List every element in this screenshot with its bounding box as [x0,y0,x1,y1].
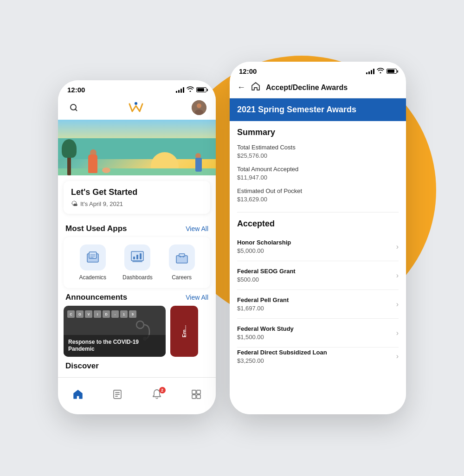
date-text: It's April 9, 2021 [80,200,123,207]
award-item-4[interactable]: Federal Direct Subsidized Loan $3,250.00… [237,347,399,365]
tab-home[interactable] [72,388,84,400]
svg-rect-19 [192,390,196,394]
battery-icon-right [387,69,397,74]
svg-point-13 [136,321,144,328]
svg-point-3 [197,103,201,108]
covid-blocks: C O V I D - 1 9 [67,310,136,318]
award-amount-0: $5,000.00 [237,247,291,254]
accepted-title: Accepted [237,219,399,229]
award-name-4: Federal Direct Subsidized Loan [237,349,327,356]
svg-rect-16 [115,392,120,393]
phone-nav-left [58,96,216,120]
award-item-3[interactable]: Federal Work Study $1,500.00 › [237,319,399,347]
announcements-header: Announcements View All [58,288,216,306]
announcements-view-all[interactable]: View All [186,294,208,301]
awards-header-title: 2021 Spring Semester Awards [237,105,399,115]
accepted-section: Accepted Honor Scholarship $5,000.00 › F… [230,212,406,368]
award-item-1[interactable]: Federal SEOG Grant $500.00 › [237,261,399,290]
svg-rect-17 [115,394,120,395]
chevron-right-4: › [396,352,399,360]
announcements-scroll: C O V I D - 1 9 [64,306,210,357]
app-item-academics[interactable]: Academics [79,244,106,281]
summary-value-2: $13,629.00 [237,196,399,203]
chevron-right-0: › [396,243,399,251]
discover-header: Discover [58,357,216,374]
summary-item-0: Total Estimated Costs $25,576.00 [237,144,399,159]
status-icons-right [366,68,397,75]
phones-container: 12:00 [58,62,406,414]
sun-emoji: 🌤 [71,200,77,207]
get-started-title: Let's Get Started [71,187,203,197]
nav-title: Accept/Decline Awards [266,84,348,92]
announcements-title: Announcements [65,293,127,302]
careers-icon [169,244,195,270]
bell-tab-icon: 2 [151,388,163,400]
home-tab-icon [72,388,84,400]
app-label-academics: Academics [79,274,106,281]
app-item-careers[interactable]: Careers [169,244,195,281]
summary-item-2: Estimated Out of Pocket $13,629.00 [237,187,399,203]
svg-rect-9 [136,255,138,259]
notification-badge: 2 [159,387,166,393]
summary-value-1: $11,947.00 [237,174,399,181]
user-avatar[interactable] [192,100,206,115]
academics-icon [80,244,106,270]
get-started-card: Let's Get Started 🌤 It's April 9, 2021 [64,181,210,214]
announcement-covid-text: Response to the COVID-19 Pandemic [68,339,161,353]
svg-rect-8 [133,257,135,259]
award-name-1: Federal SEOG Grant [237,268,296,275]
award-item-2[interactable]: Federal Pell Grant $1,697.00 › [237,290,399,319]
grid-tab-icon [190,388,202,400]
announcement-emergency[interactable]: Em... [170,306,198,357]
signal-icon-left [176,87,184,93]
app-label-dashboards: Dashboards [122,274,153,281]
status-bar-right: 12:00 [230,62,406,78]
app-logo [128,101,144,114]
status-time-right: 12:00 [239,67,257,75]
status-time-left: 12:00 [67,86,85,94]
tab-bar: 2 [58,377,216,414]
search-button[interactable] [67,101,80,114]
summary-value-0: $25,576.00 [237,152,399,159]
left-phone: 12:00 [58,80,216,414]
files-tab-icon [111,388,123,400]
award-amount-1: $500.00 [237,276,296,283]
get-started-date: 🌤 It's April 9, 2021 [71,200,203,207]
app-item-dashboards[interactable]: Dashboards [122,244,153,281]
awards-content: Summary Total Estimated Costs $25,576.00… [230,121,406,414]
battery-icon-left [196,87,206,92]
summary-section: Summary Total Estimated Costs $25,576.00… [230,121,406,212]
award-name-2: Federal Pell Grant [237,296,289,303]
award-name-3: Federal Work Study [237,325,294,332]
chevron-right-3: › [396,329,399,337]
wifi-icon-right [377,68,384,75]
right-nav: ← Accept/Decline Awards [230,78,406,98]
tab-grid[interactable] [190,388,202,400]
chevron-right-2: › [396,300,399,309]
svg-rect-21 [192,395,196,399]
summary-label-1: Total Amount Accepted [237,166,399,173]
most-used-apps-header: Most Used Apps View All [58,219,216,237]
chevron-right-1: › [396,271,399,280]
award-amount-3: $1,500.00 [237,334,294,341]
svg-rect-22 [197,395,200,399]
most-used-apps-title: Most Used Apps [65,224,127,233]
tab-notifications[interactable]: 2 [151,388,163,400]
most-used-apps-view-all[interactable]: View All [186,225,208,232]
svg-point-4 [195,109,203,115]
announcement-emergency-text: Em... [181,325,187,337]
award-amount-4: $3,250.00 [237,357,327,364]
svg-rect-18 [115,396,118,397]
award-amount-2: $1,697.00 [237,305,289,312]
right-phone: 12:00 [230,62,406,414]
tab-files[interactable] [111,388,123,400]
award-name-0: Honor Scholarship [237,239,291,246]
discover-title: Discover [65,361,99,371]
award-item-0[interactable]: Honor Scholarship $5,000.00 › [237,232,399,261]
announcement-covid[interactable]: C O V I D - 1 9 [64,306,166,357]
home-nav-icon[interactable] [251,82,260,93]
awards-header: 2021 Spring Semester Awards [230,98,406,121]
svg-point-1 [135,102,137,105]
back-button[interactable]: ← [237,83,245,92]
summary-label-2: Estimated Out of Pocket [237,187,399,194]
